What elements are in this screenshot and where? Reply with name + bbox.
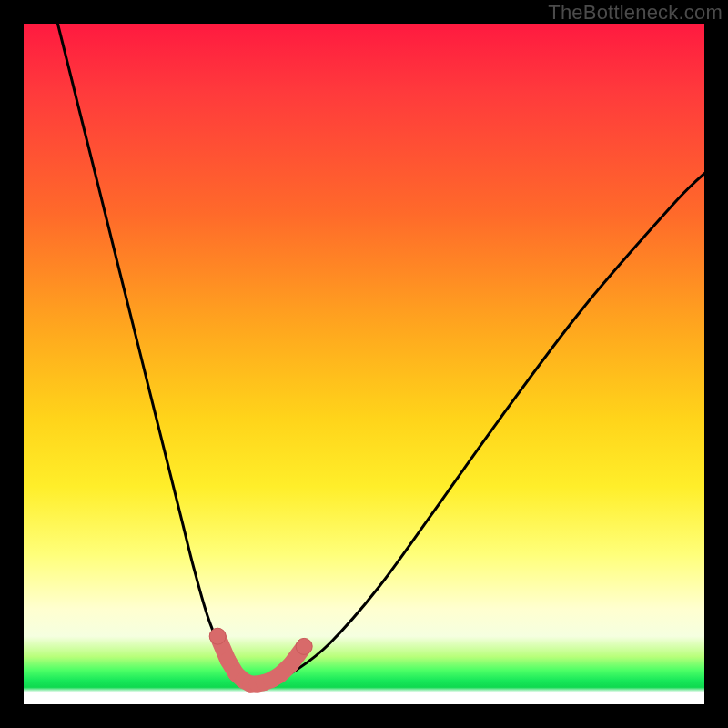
- bottleneck-curve: [57, 24, 704, 684]
- curve-layer: [24, 24, 704, 704]
- watermark-text: TheBottleneck.com: [548, 1, 723, 25]
- chart-frame: TheBottleneck.com: [0, 0, 728, 728]
- marker-dot: [209, 628, 226, 644]
- optimal-range-markers: [209, 628, 312, 683]
- marker-dot: [296, 638, 312, 654]
- plot-area: [24, 24, 704, 704]
